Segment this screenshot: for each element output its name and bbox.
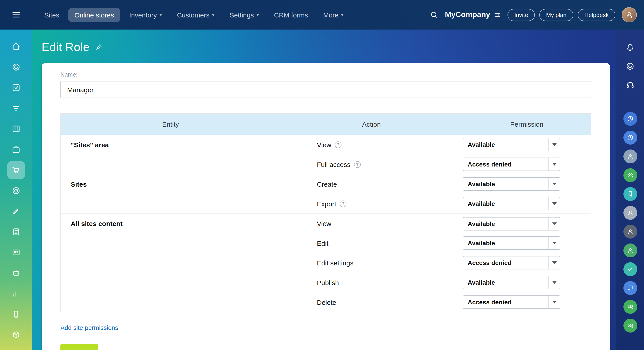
crm-icon [11,104,21,113]
rail-item-planner[interactable] [623,112,637,126]
chevron-down-icon [548,256,560,269]
nav-item-crm-forms[interactable]: CRM forms [268,8,314,22]
market-icon [11,330,21,340]
permission-value: Available [463,240,548,246]
sidebar-item-crm[interactable] [7,99,25,117]
sidebar-item-tasks[interactable] [7,79,25,97]
topbar-right-cluster: MyCompany InviteMy planHelpdesk [430,7,644,22]
role-name-input[interactable] [60,81,591,98]
rail-item-avatar-2[interactable] [623,206,637,220]
sidebar-item-e-sign[interactable] [7,202,25,220]
name-field-label: Name: [60,71,591,78]
nav-item-settings[interactable]: Settings▾ [223,8,265,22]
nav-item-label: Customers [177,11,210,18]
add-site-permissions-link[interactable]: Add site permissions [60,324,118,332]
rail-item-avatar-1[interactable] [623,150,637,163]
permission-dropdown[interactable]: Available [463,236,560,250]
app-window: SitesOnline storesInventory▾Customers▾Se… [0,0,644,350]
permission-dropdown[interactable]: Access denied [463,158,560,171]
rail-item-bookmark[interactable] [623,187,637,201]
people-icon [626,303,634,310]
entity-cell: "Sites" area [61,141,280,148]
sidebar-item-marketing[interactable] [7,182,25,200]
permission-cell: Access denied [463,158,591,171]
sidebar-item-contact-center[interactable] [7,244,25,262]
permission-value: Available [463,279,548,286]
permission-dropdown[interactable]: Access denied [463,256,560,270]
rail-item-avatar-4[interactable] [623,244,637,257]
nav-item-label: Sites [44,11,59,18]
permission-cell: Available [463,177,591,191]
nav-item-label: Online stores [74,11,114,18]
chevron-down-icon [548,158,560,170]
check-icon [626,266,634,273]
rail-item-notifications-bell[interactable] [623,40,637,54]
page-header: Edit Role [42,40,610,54]
rail-item-support[interactable] [623,78,637,92]
rail-item-time-tracker[interactable] [623,131,637,144]
rail-item-users-group-2[interactable] [623,300,637,314]
nav-item-inventory[interactable]: Inventory▾ [123,8,168,22]
search-icon[interactable] [430,10,438,19]
rail-item-users-group-1[interactable] [623,168,637,182]
projects-icon [11,124,21,134]
sidebar-item-telephony[interactable] [7,305,25,323]
permission-dropdown[interactable]: Available [463,138,560,151]
help-question-icon[interactable]: ? [340,200,346,207]
help-question-icon[interactable]: ? [354,161,361,168]
my-plan-button[interactable]: My plan [540,9,573,21]
sidebar-item-market[interactable] [7,326,25,344]
rail-item-chat[interactable] [623,281,637,295]
docs-icon [11,227,21,237]
header-entity: Entity [61,120,280,128]
rail-item-copilot[interactable] [623,59,637,73]
permission-cell: Access denied [463,256,591,270]
rail-item-users-group-3[interactable] [623,319,637,332]
rail-item-avatar-3[interactable] [623,225,637,238]
sidebar-item-analytics[interactable] [7,285,25,302]
chevron-down-icon: ▾ [341,12,344,17]
sidebar-item-online-store[interactable] [7,161,25,179]
left-sidebar [0,30,32,350]
copilot-icon [625,61,635,71]
nav-item-customers[interactable]: Customers▾ [171,8,221,22]
hamburger-menu-icon[interactable] [0,10,32,20]
sidebar-item-home[interactable] [7,38,25,56]
permission-row: PublishAvailable [61,272,591,292]
rail-item-tasks-check[interactable] [623,262,637,276]
permission-dropdown[interactable]: Available [463,217,560,230]
company-switcher[interactable]: MyCompany [445,10,501,19]
permission-dropdown[interactable]: Available [463,276,560,289]
save-button[interactable]: SAVE [60,344,98,350]
pin-icon[interactable] [95,44,103,51]
permission-row: "Sites" areaView?Available [61,135,591,154]
sidebar-item-automation[interactable] [7,264,25,282]
invite-button[interactable]: Invite [508,9,535,21]
sidebar-item-projects[interactable] [7,120,25,138]
permission-dropdown[interactable]: Available [463,177,560,191]
permission-cell: Available [463,138,591,151]
chevron-down-icon [548,217,560,230]
header-action: Action [280,120,463,128]
permission-value: Available [463,141,548,148]
home-icon [11,42,21,52]
action-cell: Edit [280,239,463,247]
sidebar-item-copilot[interactable] [7,58,25,76]
permission-dropdown[interactable]: Access denied [463,296,560,309]
action-label: Full access [317,160,350,168]
contact-center-icon [11,248,21,257]
sidebar-item-docs[interactable] [7,223,25,241]
entity-cell: Sites [61,180,280,188]
user-avatar[interactable] [622,7,637,22]
permission-dropdown[interactable]: Available [463,197,560,210]
bookmark-icon [626,190,634,198]
nav-item-sites[interactable]: Sites [38,8,66,22]
chevron-down-icon [548,198,560,210]
nav-item-online-stores[interactable]: Online stores [68,8,120,22]
helpdesk-button[interactable]: Helpdesk [578,9,615,21]
sidebar-item-drive[interactable] [7,140,25,158]
permission-row: Export?Available [61,194,591,214]
permission-row: EditAvailable [61,233,591,253]
nav-item-more[interactable]: More▾ [317,8,350,22]
help-question-icon[interactable]: ? [335,141,342,148]
